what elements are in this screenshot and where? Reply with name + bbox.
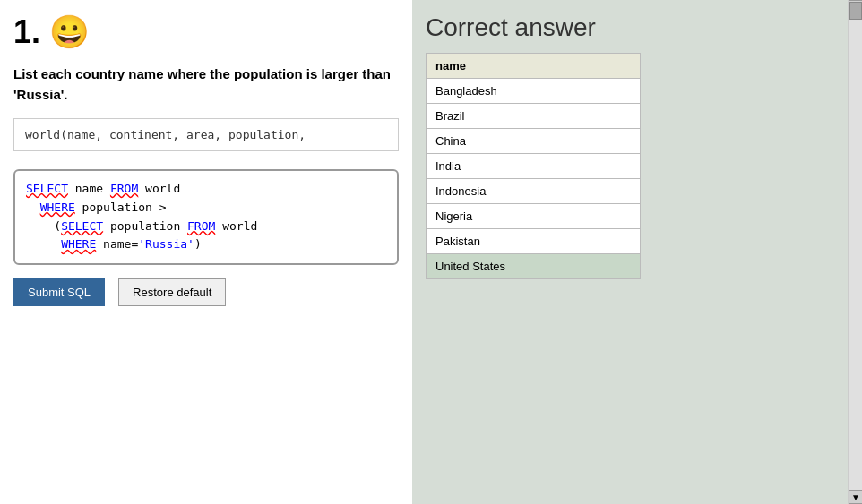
sql-line-2: WHERE population > [26,199,386,218]
emoji-icon: 😀 [49,13,90,51]
answer-table: name BangladeshBrazilChinaIndiaIndonesia… [426,53,641,279]
sql-line-3: (SELECT population FROM world [26,218,386,236]
left-panel: 1. 😀 List each country name where the po… [0,0,412,504]
buttons-row: Submit SQL Restore default [13,278,399,306]
table-header-name: name [427,54,641,79]
scrollbar-thumb[interactable] [849,2,862,20]
sql-line-4: WHERE name='Russia') [26,235,386,254]
table-row: Pakistan [427,229,641,254]
sql-line-1: SELECT name FROM world [26,180,386,199]
sql-editor-container: SELECT name FROM world WHERE population … [13,169,399,265]
table-row: India [427,154,641,179]
question-number: 1. [13,16,40,48]
correct-answer-title: Correct answer [426,13,849,42]
schema-box: world(name, continent, area, population, [13,118,399,151]
question-text: List each country name where the populat… [13,64,399,105]
schema-text: world(name, continent, area, population, [25,128,306,141]
sql-code[interactable]: SELECT name FROM world WHERE population … [26,180,386,254]
question-header: 1. 😀 [13,13,399,51]
table-row: Nigeria [427,204,641,229]
scrollbar[interactable]: ▲ ▼ [848,0,862,504]
table-row: Indonesia [427,179,641,204]
submit-sql-button[interactable]: Submit SQL [13,278,105,306]
table-row: Brazil [427,104,641,129]
table-row: Bangladesh [427,79,641,104]
scrollbar-down-arrow[interactable]: ▼ [849,490,862,504]
table-row: China [427,129,641,154]
table-row: United States [427,254,641,279]
right-panel: Correct answer name BangladeshBrazilChin… [412,0,862,504]
restore-default-button[interactable]: Restore default [118,278,226,306]
